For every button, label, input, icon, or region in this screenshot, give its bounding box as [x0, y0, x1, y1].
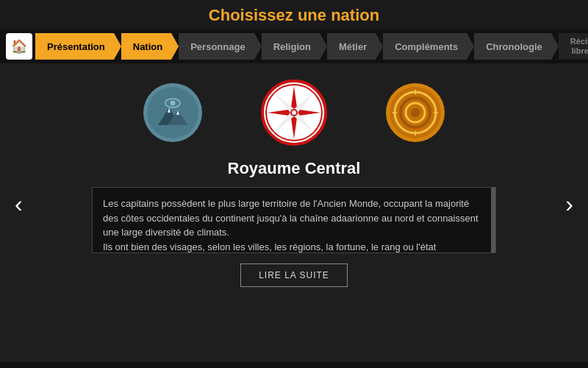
nation-icon-left[interactable] — [143, 83, 202, 142]
right-nation-svg — [390, 87, 441, 138]
nav-bar: 🏠 Présentation Nation Personnage Religio… — [0, 29, 588, 63]
nation-icons-row — [143, 79, 445, 146]
nav-label-complements: Compléments — [383, 33, 467, 60]
nav-label-presentation: Présentation — [35, 33, 114, 60]
description-text: Les capitains possèdent le plus large te… — [103, 198, 478, 252]
nav-label-personnage: Personnage — [179, 33, 254, 60]
nav-item-complements[interactable]: Compléments — [383, 33, 467, 60]
description-box: Les capitains possèdent le plus large te… — [92, 187, 496, 253]
page-title: Choisissez une nation — [0, 6, 588, 25]
nav-item-nation[interactable]: Nation — [121, 33, 171, 60]
nation-icon-center[interactable] — [261, 79, 327, 146]
nav-item-personnage[interactable]: Personnage — [179, 33, 254, 60]
home-button[interactable]: 🏠 — [6, 33, 32, 60]
nation-name: Royaume Central — [228, 159, 361, 178]
nav-label-nation: Nation — [121, 33, 171, 60]
content-area: ‹ › — [0, 63, 588, 368]
nav-label-metier: Métier — [327, 33, 376, 60]
nav-label-recit-libre: Récitlibre — [559, 33, 588, 60]
left-nation-svg — [147, 87, 198, 138]
nav-item-presentation[interactable]: Présentation — [35, 33, 114, 60]
svg-point-0 — [147, 87, 198, 138]
nav-item-metier[interactable]: Métier — [327, 33, 376, 60]
nav-label-chronologie: Chronologie — [474, 33, 551, 60]
nav-item-recit-libre[interactable]: Récitlibre — [559, 33, 588, 60]
svg-point-4 — [171, 101, 176, 106]
main-inner: Royaume Central Les capitains possèdent … — [0, 63, 588, 287]
nation-icon-right[interactable] — [386, 83, 445, 142]
svg-point-23 — [411, 108, 420, 117]
home-icon: 🏠 — [11, 38, 27, 54]
nav-item-chronologie[interactable]: Chronologie — [474, 33, 551, 60]
title-bar: Choisissez une nation — [0, 0, 588, 29]
center-nation-svg — [264, 82, 324, 143]
nav-item-religion[interactable]: Religion — [262, 33, 320, 60]
choose-nation-bar[interactable]: Choisir cette nation — [0, 362, 588, 368]
svg-point-18 — [292, 110, 296, 115]
nav-label-religion: Religion — [262, 33, 320, 60]
read-more-button[interactable]: LIRE LA SUITE — [240, 263, 348, 287]
